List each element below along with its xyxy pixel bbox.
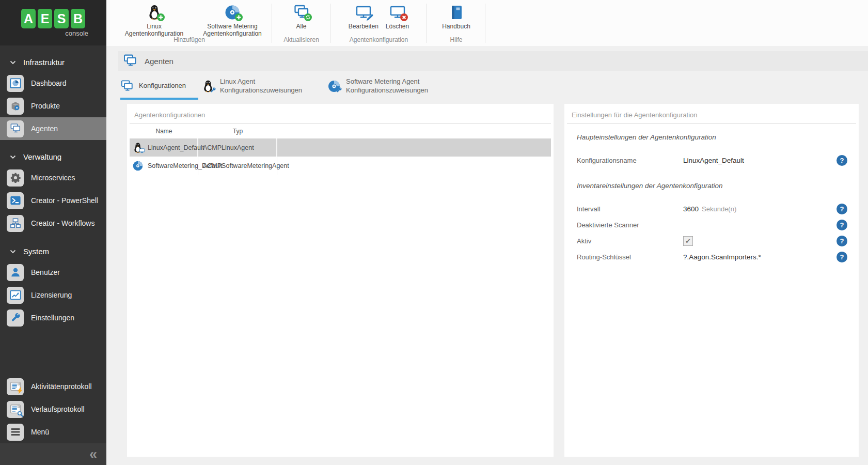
monitors-icon (123, 54, 137, 68)
help-icon[interactable]: ? (837, 220, 847, 230)
cd-wrench-icon (327, 80, 341, 93)
field-label: Konfigurationsname (577, 157, 683, 164)
button-label: Löschen (386, 23, 409, 30)
tab-linux-agent-zuweisungen[interactable]: Linux Agent Konfigurationszuweisungen (201, 75, 324, 100)
sidebar-collapse-button[interactable]: « (0, 443, 106, 465)
sidebar-item-agenten[interactable]: Agenten (0, 117, 106, 140)
sidebar-item-aktivitaetenprotokoll[interactable]: Aktivitätenprotokoll (0, 375, 106, 398)
empty-cell (277, 157, 551, 175)
section-label: System (23, 247, 49, 256)
sidebar-item-creator-powershell[interactable]: Creator - PowerShell (0, 189, 106, 212)
field-intervall: Intervall 3600 Sekunde(n) ? (577, 201, 851, 217)
sidebar-item-label: Aktivitätenprotokoll (31, 382, 92, 391)
monitors-refresh-icon (293, 4, 310, 21)
button-label: Alle (296, 23, 306, 30)
manual-button[interactable]: Handbuch (439, 3, 473, 31)
aktiv-checkbox[interactable]: ✔ (683, 236, 693, 246)
help-icon[interactable]: ? (837, 252, 847, 262)
checkmark-icon: ✔ (685, 237, 691, 245)
content-panels: Agentenkonfigurationen Name Typ Li (127, 104, 859, 457)
main-area: Linux Agentenkonfiguration Software Mete… (106, 0, 868, 465)
help-icon[interactable]: ? (837, 236, 847, 246)
app-window: A E S B console Infrastruktur Dashboard … (0, 0, 868, 465)
sidebar-section-header-infrastruktur[interactable]: Infrastruktur (0, 56, 106, 72)
software-metering-icon (132, 160, 144, 172)
tab-label: Software Metering Agent Konfigurationszu… (346, 78, 438, 95)
sidebar-item-dashboard[interactable]: Dashboard (0, 72, 106, 95)
sidebar-item-label: Dashboard (31, 79, 67, 87)
sidebar-item-menue[interactable]: Menü (0, 421, 106, 443)
sidebar-item-label: Menü (31, 428, 49, 436)
button-label: Linux Agentenkonfiguration (119, 23, 189, 38)
section-heading: Haupteinstellungen der Agentenkonfigurat… (577, 133, 851, 141)
logo-subtitle: console (65, 30, 88, 37)
add-linux-agent-config-button[interactable]: Linux Agentenkonfiguration (117, 3, 192, 39)
sidebar-section-header-system[interactable]: System (0, 245, 106, 261)
plus-badge-icon (157, 13, 165, 21)
field-konfigurationsname: Konfigurationsname LinuxAgent_Default ? (577, 152, 851, 168)
button-label: Handbuch (442, 23, 470, 30)
tab-bar: Konfigurationen Linux Agent Konfiguratio… (120, 75, 868, 100)
sidebar-item-microservices[interactable]: Microservices (0, 166, 106, 189)
sidebar-item-label: Produkte (31, 102, 60, 110)
agent-configuration-settings-panel: Einstellungen für die Agentenkonfigurati… (564, 104, 859, 457)
wrench-badge-icon (210, 87, 216, 94)
config-name: LinuxAgent_Default (148, 144, 204, 151)
sidebar-section-system: System Benutzer Lizensierung Einstellung… (0, 245, 106, 329)
hamburger-menu-icon (7, 424, 24, 441)
settings-section-haupteinstellungen: Haupteinstellungen der Agentenkonfigurat… (572, 133, 851, 168)
ribbon-group-hinzufuegen: Linux Agentenkonfiguration Software Mete… (106, 0, 272, 47)
section-label: Infrastruktur (23, 58, 65, 67)
field-value: ?.Aagon.ScanImporters.* (683, 253, 837, 261)
configurations-table: Name Typ LinuxAgent_Default ACMPLinuxAge… (130, 124, 551, 175)
logo-letter: A (21, 9, 36, 28)
wrench-badge-icon (336, 87, 342, 94)
ribbon-group-label: Hilfe (427, 36, 485, 43)
edit-button[interactable]: Bearbeiten (346, 3, 381, 31)
table-row[interactable]: SoftwareMetering_Default ACMPSoftwareMet… (130, 157, 551, 175)
ribbon-empty-space (485, 0, 868, 47)
sidebar-item-verlaufsprotokoll[interactable]: Verlaufsprotokoll (0, 398, 106, 421)
linux-penguin-wrench-icon (201, 80, 215, 93)
add-software-metering-config-button[interactable]: Software Metering Agentenkonfiguration (194, 3, 271, 39)
logo-letter: B (71, 9, 85, 28)
config-type: ACMPSoftwareMeteringAgent (198, 157, 277, 175)
ribbon-group-agentenkonfiguration: Bearbeiten Löschen Agentenkonfiguration (330, 0, 427, 47)
help-icon[interactable]: ? (837, 155, 847, 166)
column-header-name[interactable]: Name (130, 128, 198, 135)
sidebar-item-produkte[interactable]: Produkte (0, 95, 106, 117)
field-label: Deaktivierte Scanner (577, 221, 683, 229)
empty-cell (277, 138, 551, 157)
cd-add-icon (224, 4, 241, 21)
gear-icon (7, 169, 24, 187)
monitors-icon (7, 120, 24, 137)
help-icon[interactable]: ? (837, 204, 847, 214)
powershell-icon (7, 192, 24, 209)
panel-title: Agentenkonfigurationen (127, 104, 554, 123)
chevron-down-icon (10, 155, 16, 159)
section-heading: Inventareinstellungen der Agentenkonfigu… (577, 182, 851, 190)
book-icon (448, 4, 465, 21)
monitors-icon (120, 80, 134, 93)
tab-label: Konfigurationen (139, 82, 186, 90)
sidebar-item-label: Creator - Workflows (31, 219, 94, 227)
sidebar-item-creator-workflows[interactable]: Creator - Workflows (0, 212, 106, 235)
sidebar-section-header-verwaltung[interactable]: Verwaltung (0, 150, 106, 166)
delete-button[interactable]: Löschen (383, 3, 412, 31)
button-label: Software Metering Agentenkonfiguration (196, 23, 269, 38)
sidebar-item-lizensierung[interactable]: Lizensierung (0, 284, 106, 306)
sidebar-item-benutzer[interactable]: Benutzer (0, 261, 106, 284)
logo-letter: S (54, 9, 69, 28)
ribbon-toolbar: Linux Agentenkonfiguration Software Mete… (106, 0, 868, 47)
tab-konfigurationen[interactable]: Konfigurationen (120, 75, 198, 100)
sidebar-item-einstellungen[interactable]: Einstellungen (0, 306, 106, 329)
column-header-typ[interactable]: Typ (198, 128, 277, 135)
refresh-all-button[interactable]: Alle (291, 3, 312, 31)
tab-software-metering-zuweisungen[interactable]: Software Metering Agent Konfigurationszu… (327, 75, 450, 100)
linux-penguin-add-icon (146, 4, 163, 21)
panel-title: Einstellungen für die Agentenkonfigurati… (564, 104, 859, 123)
chart-icon (7, 287, 24, 304)
table-row[interactable]: LinuxAgent_Default ACMPLinuxAgent (130, 138, 551, 157)
field-deaktivierte-scanner: Deaktivierte Scanner ? (577, 217, 851, 233)
divider (567, 123, 856, 124)
